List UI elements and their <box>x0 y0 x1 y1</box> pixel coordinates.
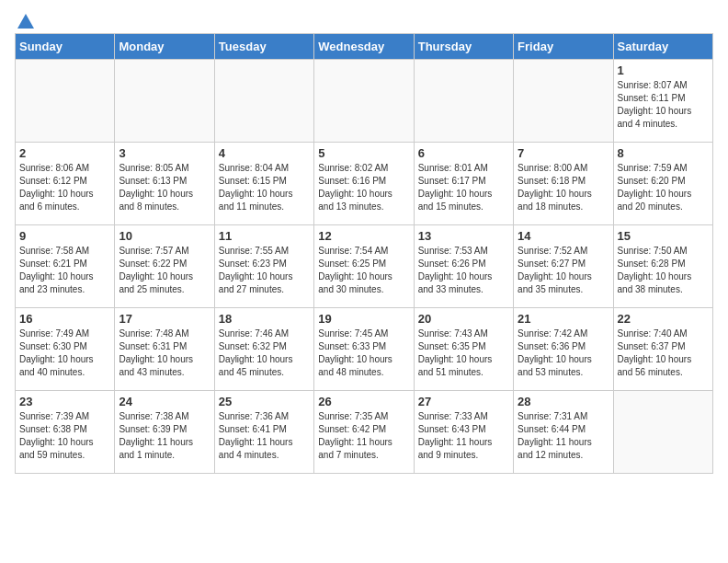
calendar-cell <box>314 60 414 143</box>
day-number: 21 <box>518 312 609 326</box>
day-info: Sunrise: 7:40 AM Sunset: 6:37 PM Dayligh… <box>618 327 709 379</box>
day-info: Sunrise: 8:07 AM Sunset: 6:11 PM Dayligh… <box>618 79 709 131</box>
header-day-saturday: Saturday <box>613 34 712 60</box>
day-number: 11 <box>219 229 310 243</box>
calendar-week-2: 2Sunrise: 8:06 AM Sunset: 6:12 PM Daylig… <box>16 143 713 225</box>
day-info: Sunrise: 7:50 AM Sunset: 6:28 PM Dayligh… <box>618 245 709 296</box>
day-number: 24 <box>119 395 210 408</box>
day-number: 16 <box>19 312 110 326</box>
day-info: Sunrise: 7:43 AM Sunset: 6:35 PM Dayligh… <box>418 327 509 379</box>
day-info: Sunrise: 8:01 AM Sunset: 6:17 PM Dayligh… <box>418 162 509 213</box>
calendar-cell <box>414 60 513 143</box>
calendar-cell: 13Sunrise: 7:53 AM Sunset: 6:26 PM Dayli… <box>414 225 513 308</box>
calendar-cell: 24Sunrise: 7:38 AM Sunset: 6:39 PM Dayli… <box>115 391 214 474</box>
day-number: 2 <box>19 146 110 160</box>
day-number: 27 <box>418 395 509 408</box>
day-number: 3 <box>119 146 210 160</box>
day-info: Sunrise: 7:55 AM Sunset: 6:23 PM Dayligh… <box>219 245 310 296</box>
day-info: Sunrise: 7:35 AM Sunset: 6:42 PM Dayligh… <box>318 410 409 462</box>
day-info: Sunrise: 7:39 AM Sunset: 6:38 PM Dayligh… <box>19 410 110 462</box>
day-info: Sunrise: 7:46 AM Sunset: 6:32 PM Dayligh… <box>219 327 310 379</box>
day-number: 22 <box>618 312 709 326</box>
day-info: Sunrise: 8:05 AM Sunset: 6:13 PM Dayligh… <box>119 162 210 213</box>
calendar-cell: 23Sunrise: 7:39 AM Sunset: 6:38 PM Dayli… <box>16 391 115 474</box>
calendar-table: SundayMondayTuesdayWednesdayThursdayFrid… <box>15 33 713 474</box>
calendar-cell: 17Sunrise: 7:48 AM Sunset: 6:31 PM Dayli… <box>115 308 214 391</box>
header-day-wednesday: Wednesday <box>314 34 414 60</box>
calendar-cell: 28Sunrise: 7:31 AM Sunset: 6:44 PM Dayli… <box>514 391 613 474</box>
header-day-friday: Friday <box>514 34 613 60</box>
day-number: 4 <box>219 146 310 160</box>
calendar-cell: 22Sunrise: 7:40 AM Sunset: 6:37 PM Dayli… <box>613 308 712 391</box>
day-info: Sunrise: 8:06 AM Sunset: 6:12 PM Dayligh… <box>19 162 110 213</box>
calendar-week-4: 16Sunrise: 7:49 AM Sunset: 6:30 PM Dayli… <box>16 308 713 391</box>
calendar-header-row: SundayMondayTuesdayWednesdayThursdayFrid… <box>16 34 713 60</box>
calendar-cell: 2Sunrise: 8:06 AM Sunset: 6:12 PM Daylig… <box>16 143 115 225</box>
day-number: 20 <box>418 312 509 326</box>
day-info: Sunrise: 7:58 AM Sunset: 6:21 PM Dayligh… <box>19 245 110 296</box>
calendar-cell: 20Sunrise: 7:43 AM Sunset: 6:35 PM Dayli… <box>414 308 513 391</box>
calendar-week-5: 23Sunrise: 7:39 AM Sunset: 6:38 PM Dayli… <box>16 391 713 474</box>
logo <box>15 15 35 26</box>
day-number: 10 <box>119 229 210 243</box>
calendar-cell: 26Sunrise: 7:35 AM Sunset: 6:42 PM Dayli… <box>314 391 414 474</box>
day-number: 1 <box>618 63 709 77</box>
calendar-cell: 21Sunrise: 7:42 AM Sunset: 6:36 PM Dayli… <box>514 308 613 391</box>
day-number: 14 <box>518 229 609 243</box>
calendar-cell: 18Sunrise: 7:46 AM Sunset: 6:32 PM Dayli… <box>214 308 313 391</box>
day-number: 6 <box>418 146 509 160</box>
page-header <box>15 15 713 26</box>
day-info: Sunrise: 7:31 AM Sunset: 6:44 PM Dayligh… <box>518 410 609 462</box>
calendar-cell: 3Sunrise: 8:05 AM Sunset: 6:13 PM Daylig… <box>115 143 214 225</box>
calendar-cell: 9Sunrise: 7:58 AM Sunset: 6:21 PM Daylig… <box>16 225 115 308</box>
day-info: Sunrise: 7:49 AM Sunset: 6:30 PM Dayligh… <box>19 327 110 379</box>
calendar-cell: 10Sunrise: 7:57 AM Sunset: 6:22 PM Dayli… <box>115 225 214 308</box>
logo-icon <box>17 13 35 31</box>
calendar-cell: 7Sunrise: 8:00 AM Sunset: 6:18 PM Daylig… <box>514 143 613 225</box>
calendar-cell: 11Sunrise: 7:55 AM Sunset: 6:23 PM Dayli… <box>214 225 313 308</box>
day-number: 12 <box>318 229 409 243</box>
calendar-cell: 8Sunrise: 7:59 AM Sunset: 6:20 PM Daylig… <box>613 143 712 225</box>
day-info: Sunrise: 7:54 AM Sunset: 6:25 PM Dayligh… <box>318 245 409 296</box>
calendar-cell: 16Sunrise: 7:49 AM Sunset: 6:30 PM Dayli… <box>16 308 115 391</box>
day-info: Sunrise: 7:33 AM Sunset: 6:43 PM Dayligh… <box>418 410 509 462</box>
day-info: Sunrise: 8:04 AM Sunset: 6:15 PM Dayligh… <box>219 162 310 213</box>
day-info: Sunrise: 8:00 AM Sunset: 6:18 PM Dayligh… <box>518 162 609 213</box>
day-number: 28 <box>518 395 609 408</box>
day-number: 5 <box>318 146 409 160</box>
calendar-cell: 12Sunrise: 7:54 AM Sunset: 6:25 PM Dayli… <box>314 225 414 308</box>
calendar-cell: 5Sunrise: 8:02 AM Sunset: 6:16 PM Daylig… <box>314 143 414 225</box>
calendar-cell: 19Sunrise: 7:45 AM Sunset: 6:33 PM Dayli… <box>314 308 414 391</box>
calendar-cell <box>514 60 613 143</box>
calendar-cell: 27Sunrise: 7:33 AM Sunset: 6:43 PM Dayli… <box>414 391 513 474</box>
day-number: 26 <box>318 395 409 408</box>
calendar-cell: 14Sunrise: 7:52 AM Sunset: 6:27 PM Dayli… <box>514 225 613 308</box>
day-number: 18 <box>219 312 310 326</box>
day-number: 25 <box>219 395 310 408</box>
header-day-sunday: Sunday <box>16 34 115 60</box>
header-day-monday: Monday <box>115 34 214 60</box>
svg-marker-0 <box>17 14 34 29</box>
calendar-cell <box>214 60 313 143</box>
day-info: Sunrise: 7:53 AM Sunset: 6:26 PM Dayligh… <box>418 245 509 296</box>
header-day-thursday: Thursday <box>414 34 513 60</box>
day-info: Sunrise: 7:42 AM Sunset: 6:36 PM Dayligh… <box>518 327 609 379</box>
day-number: 19 <box>318 312 409 326</box>
calendar-cell: 1Sunrise: 8:07 AM Sunset: 6:11 PM Daylig… <box>613 60 712 143</box>
day-info: Sunrise: 8:02 AM Sunset: 6:16 PM Dayligh… <box>318 162 409 213</box>
day-info: Sunrise: 7:48 AM Sunset: 6:31 PM Dayligh… <box>119 327 210 379</box>
calendar-cell: 15Sunrise: 7:50 AM Sunset: 6:28 PM Dayli… <box>613 225 712 308</box>
calendar-week-1: 1Sunrise: 8:07 AM Sunset: 6:11 PM Daylig… <box>16 60 713 143</box>
day-number: 23 <box>19 395 110 408</box>
day-number: 13 <box>418 229 509 243</box>
day-info: Sunrise: 7:36 AM Sunset: 6:41 PM Dayligh… <box>219 410 310 462</box>
header-day-tuesday: Tuesday <box>214 34 313 60</box>
calendar-cell: 6Sunrise: 8:01 AM Sunset: 6:17 PM Daylig… <box>414 143 513 225</box>
day-number: 17 <box>119 312 210 326</box>
day-info: Sunrise: 7:59 AM Sunset: 6:20 PM Dayligh… <box>618 162 709 213</box>
calendar-cell <box>613 391 712 474</box>
day-info: Sunrise: 7:52 AM Sunset: 6:27 PM Dayligh… <box>518 245 609 296</box>
day-info: Sunrise: 7:38 AM Sunset: 6:39 PM Dayligh… <box>119 410 210 462</box>
day-info: Sunrise: 7:57 AM Sunset: 6:22 PM Dayligh… <box>119 245 210 296</box>
calendar-week-3: 9Sunrise: 7:58 AM Sunset: 6:21 PM Daylig… <box>16 225 713 308</box>
